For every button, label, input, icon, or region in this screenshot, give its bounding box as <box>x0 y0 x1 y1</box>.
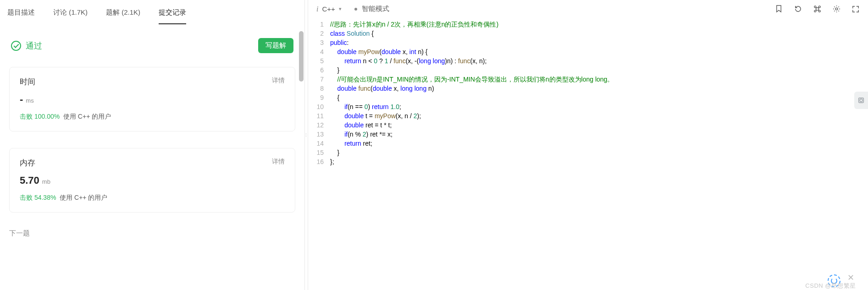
expand-icon[interactable] <box>851 5 860 13</box>
memory-beat-suffix: 使用 C++ 的用户 <box>60 194 107 201</box>
code-line: } <box>330 66 868 75</box>
memory-title: 内存 <box>20 158 285 168</box>
check-icon <box>11 41 21 51</box>
memory-beat-prefix: 击败 <box>20 194 33 201</box>
editor-mode[interactable]: 智能模式 <box>354 5 389 13</box>
panel-divider[interactable]: ··· <box>304 0 308 290</box>
mode-label: 智能模式 <box>362 5 389 13</box>
line-gutter: 12345678910111213141516 <box>308 20 330 166</box>
editor-header: i C++ ▾ 智能模式 <box>308 0 868 18</box>
memory-detail-link[interactable]: 详情 <box>272 158 285 166</box>
time-num: - <box>20 93 23 105</box>
tab-submissions[interactable]: 提交记录 <box>159 5 186 24</box>
language-selector[interactable]: i C++ ▾ <box>316 5 342 13</box>
svg-point-0 <box>835 8 838 10</box>
code-area[interactable]: //思路：先计算x的n / 2次，再相乘(注意n的正负性和奇偶性)class S… <box>330 20 868 166</box>
status-badge: 通过 <box>11 40 42 51</box>
header-left: i C++ ▾ 智能模式 <box>316 5 389 13</box>
next-problem-link[interactable]: 下一题 <box>9 229 299 238</box>
time-beat-suffix: 使用 C++ 的用户 <box>63 113 111 120</box>
code-line: }; <box>330 157 868 166</box>
dot-icon <box>354 8 357 11</box>
command-icon[interactable] <box>813 5 821 13</box>
time-detail-link[interactable]: 详情 <box>272 77 285 85</box>
code-line: //思路：先计算x的n / 2次，再相乘(注意n的正负性和奇偶性) <box>330 20 868 29</box>
status-text: 通过 <box>26 40 42 51</box>
chevron-down-icon: ▾ <box>339 6 342 12</box>
memory-beat: 击败 54.38% 使用 C++ 的用户 <box>20 194 285 202</box>
code-line: if(n % 2) ret *= x; <box>330 130 868 139</box>
gear-icon[interactable] <box>832 5 840 13</box>
code-line: double myPow(double x, int n) { <box>330 47 868 56</box>
svg-rect-2 <box>860 99 862 101</box>
tabs: 题目描述 讨论 (1.7K) 题解 (2.1K) 提交记录 <box>0 0 304 24</box>
memory-unit: mb <box>42 178 50 185</box>
time-unit: ms <box>26 97 33 104</box>
memory-value: 5.70 mb <box>20 175 285 186</box>
tab-description[interactable]: 题目描述 <box>7 5 35 24</box>
side-handle[interactable] <box>854 92 868 109</box>
code-line: return ret; <box>330 139 868 148</box>
tab-discuss[interactable]: 讨论 (1.7K) <box>53 5 88 24</box>
right-panel: i C++ ▾ 智能模式 <box>308 0 868 290</box>
scroll-track[interactable] <box>299 31 304 290</box>
code-line: } <box>330 148 868 157</box>
code-line: //可能会出现n是INT_MIN的情况，因为-INT_MIN会导致溢出，所以我们… <box>330 75 868 84</box>
code-line: public: <box>330 38 868 47</box>
time-card: 时间 详情 - ms 击败 100.00% 使用 C++ 的用户 <box>9 67 295 131</box>
code-line: return n < 0 ? 1 / func(x, -(long long)n… <box>330 56 868 66</box>
memory-num: 5.70 <box>20 175 39 186</box>
info-icon: i <box>316 5 318 13</box>
write-solution-button[interactable]: 写题解 <box>258 38 293 53</box>
bookmark-icon[interactable] <box>774 5 783 13</box>
code-line: double t = myPow(x, n / 2); <box>330 111 868 120</box>
header-right <box>774 5 860 13</box>
code-line: class Solution { <box>330 29 868 38</box>
tab-solutions[interactable]: 题解 (2.1K) <box>106 5 140 24</box>
scroll-thumb[interactable] <box>299 31 304 82</box>
code-editor[interactable]: 12345678910111213141516 //思路：先计算x的n / 2次… <box>308 18 868 166</box>
language-label: C++ <box>322 5 335 13</box>
memory-card: 内存 详情 5.70 mb 击败 54.38% 使用 C++ 的用户 <box>9 148 295 213</box>
memory-beat-pct: 54.38% <box>34 194 56 201</box>
time-beat-prefix: 击败 <box>20 113 33 120</box>
svg-rect-1 <box>859 98 864 103</box>
loading-icon <box>828 274 840 287</box>
code-line: { <box>330 93 868 102</box>
time-value: - ms <box>20 93 285 105</box>
code-line: if(n == 0) return 1.0; <box>330 102 868 111</box>
left-panel: 题目描述 讨论 (1.7K) 题解 (2.1K) 提交记录 通过 写题解 时间 … <box>0 0 304 290</box>
code-line: double ret = t * t; <box>330 120 868 130</box>
time-title: 时间 <box>20 77 285 87</box>
close-icon[interactable]: ✕ <box>847 273 854 283</box>
code-line: double func(double x, long long n) <box>330 84 868 93</box>
result-area: 通过 写题解 <box>0 24 304 59</box>
time-beat-pct: 100.00% <box>34 113 60 120</box>
time-beat: 击败 100.00% 使用 C++ 的用户 <box>20 113 285 121</box>
reset-icon[interactable] <box>794 5 802 13</box>
